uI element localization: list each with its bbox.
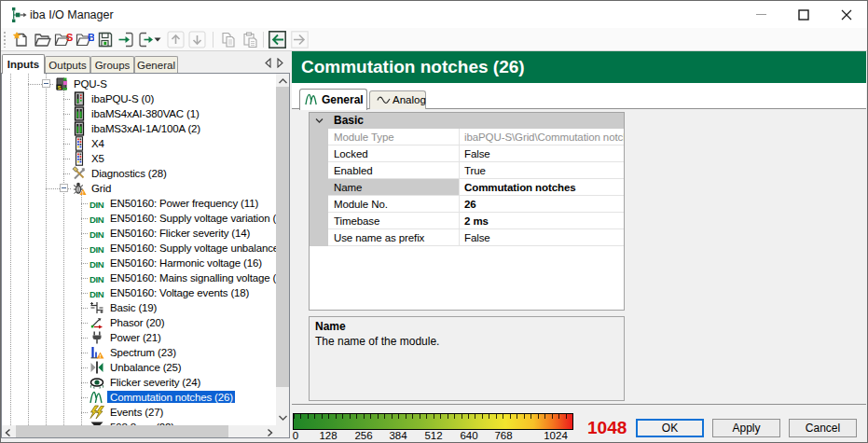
svg-text:B: B [88,32,94,43]
svg-text:S: S [66,32,73,43]
